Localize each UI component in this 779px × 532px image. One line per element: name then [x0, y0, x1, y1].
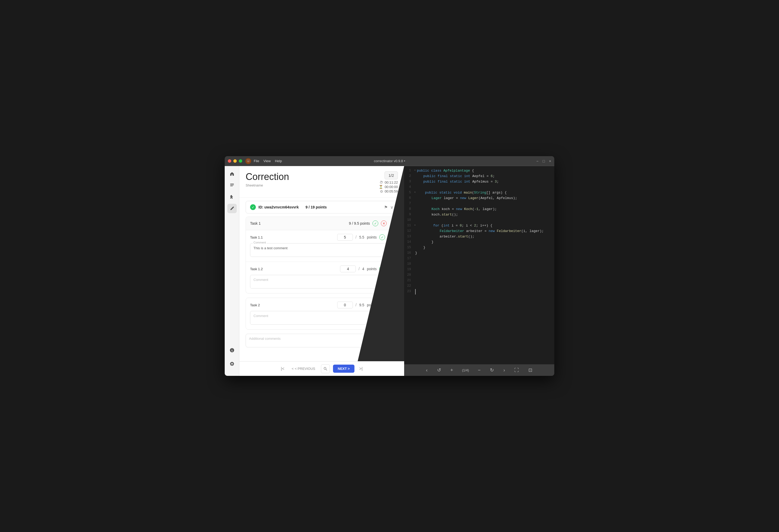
subtask-1-1-name: Task 1.1 — [250, 235, 263, 239]
code-zoom-in-button[interactable]: + — [449, 366, 455, 374]
task1-name: Task 1 — [250, 221, 260, 226]
nav-prev-button[interactable]: < < PREVIOUS — [289, 365, 318, 372]
window-controls — [228, 159, 242, 163]
expand-icon[interactable]: ∨ — [390, 205, 394, 210]
task2-comment-input[interactable] — [250, 311, 394, 324]
stopwatch-icon: ⏱ — [379, 180, 383, 184]
task1-collapse-button[interactable]: ∧ — [390, 221, 394, 226]
right-panel: 1 ▾ public class Apfelplantage { 2 publi… — [404, 166, 554, 376]
task2-score-input[interactable] — [337, 302, 353, 308]
task1-x-button[interactable]: ✕ — [381, 221, 386, 226]
win-close-icon[interactable]: × — [549, 159, 551, 163]
sidebar — [225, 166, 239, 376]
sidebar-item-sheets[interactable] — [227, 181, 237, 190]
subtask-1-2-header: Task 1.2 / 4 points ✓ ✕ — [250, 265, 394, 272]
correction-header: Correction Sheetname 1/2 ⏱ 00:11:22 — [239, 166, 404, 198]
correction-title: Correction — [246, 171, 289, 182]
code-line-9: 9 koch.start(); — [404, 212, 554, 218]
menu-view[interactable]: View — [263, 159, 271, 163]
task2-check-button[interactable]: ✓ — [379, 302, 385, 308]
search-button[interactable] — [321, 364, 330, 373]
content-area: Correction Sheetname 1/2 ⏱ 00:11:22 — [239, 166, 554, 376]
subtask-1-2-max: 4 — [362, 267, 364, 271]
svg-rect-1 — [230, 185, 234, 185]
code-back-button[interactable]: ‹ — [425, 366, 429, 374]
svg-rect-2 — [230, 186, 233, 186]
nav-first-button[interactable]: |< — [279, 365, 286, 373]
prev-label: < PREVIOUS — [295, 367, 315, 371]
app-window: 🐻 File View Help correctinator v0.9.8 • … — [225, 156, 554, 376]
window-title: correctinator v0.9.8 • — [374, 159, 405, 163]
sidebar-item-settings[interactable] — [227, 359, 237, 368]
code-zoom-out-button[interactable]: − — [476, 366, 482, 374]
subtask-1-2-pts-label: points — [367, 267, 377, 271]
task1-points: 9 / 9.5 points — [349, 221, 370, 226]
task1-header: Task 1 9 / 9.5 points ✓ ✕ ∧ — [246, 217, 398, 230]
main-layout: Correction Sheetname 1/2 ⏱ 00:11:22 — [225, 166, 554, 376]
code-fullscreen-button[interactable]: ⛶ — [513, 366, 521, 374]
subtask-1-2-comment-input[interactable] — [250, 275, 394, 289]
code-forward-button[interactable]: › — [502, 366, 506, 374]
task2-points-row: / 9.5 points ✓ ✕ — [337, 302, 394, 308]
close-button[interactable] — [228, 159, 231, 163]
minimize-button[interactable] — [233, 159, 237, 163]
code-toolbar: ‹ ↺ + (1/4) − ↻ › ⛶ ⊡ — [404, 364, 554, 376]
additional-comments-input[interactable] — [246, 334, 398, 347]
submission-points: 9 / 19 points — [305, 205, 327, 209]
timer-countdown: ⏳ 00:00:00 — [379, 185, 398, 189]
sidebar-item-home[interactable] — [227, 169, 237, 179]
other-time: 00:05:59 — [384, 189, 398, 193]
sidebar-item-edit[interactable] — [227, 204, 237, 213]
timer-row: ⏱ 00:11:22 ⏳ 00:00:00 ⊙ 00:05:59 — [379, 180, 398, 193]
nav-next-button[interactable]: NEXT > — [333, 365, 354, 373]
correction-subtitle: Sheetname — [246, 183, 289, 187]
task1-check-button[interactable]: ✓ — [372, 221, 378, 226]
code-line-15: 15 } — [404, 245, 554, 250]
code-line-22: 22 — [404, 284, 554, 289]
code-reload-right-button[interactable]: ↻ — [488, 366, 495, 374]
subtask-1-2-x-button[interactable]: ✕ — [388, 266, 394, 272]
code-reload-left-button[interactable]: ↺ — [435, 366, 442, 374]
subtask-1-1-comment-input[interactable] — [250, 243, 394, 257]
subtask-1-2-name: Task 1.2 — [250, 267, 263, 271]
sidebar-item-info[interactable] — [227, 346, 237, 355]
task1-points-row: 9 / 9.5 points ✓ ✕ ∧ — [349, 221, 394, 226]
subtask-1-2-check-button[interactable]: ✓ — [379, 266, 385, 272]
code-layout-button[interactable]: ⊡ — [527, 366, 534, 374]
subtask-2: Task 2 / 9.5 points ✓ ✕ — [246, 298, 398, 329]
subtask-1-1-score-input[interactable] — [337, 234, 353, 241]
sidebar-item-puzzle[interactable] — [227, 192, 237, 202]
subtask-1-1-max: 5.5 — [359, 235, 364, 239]
code-line-6: 6 Lager lager = new Lager(Aepfel, Apfelm… — [404, 196, 554, 201]
subtask-1-2: Task 1.2 / 4 points ✓ ✕ — [246, 262, 398, 293]
subtask-1-1-x-button[interactable]: ✕ — [388, 234, 394, 240]
code-line-11: 11 ▾ for (int i = 0; i < 2; i++) { — [404, 223, 554, 229]
nav-last-button[interactable]: >| — [358, 365, 364, 373]
subtask-1-1-pts-label: points — [367, 235, 377, 239]
additional-comments-section — [246, 334, 398, 348]
menu-file[interactable]: File — [254, 159, 259, 163]
task2-comment-field — [250, 311, 394, 326]
menu-help[interactable]: Help — [275, 159, 282, 163]
code-line-23: 23 — [404, 289, 554, 295]
subtask-1-2-score-input[interactable] — [340, 265, 356, 272]
subtask-1-1-comment-label: Comment — [253, 241, 267, 244]
subtask-1-1-check-button[interactable]: ✓ — [379, 234, 385, 240]
win-maximize-icon[interactable]: □ — [543, 159, 545, 163]
code-line-17: 17 — [404, 256, 554, 261]
code-line-5: 5 ▾ public static void main(String[] arg… — [404, 190, 554, 196]
task-group-1: Task 1 9 / 9.5 points ✓ ✕ ∧ Task 1 — [246, 217, 398, 293]
code-line-3: 3 public final static int Apfelmus = 3; — [404, 179, 554, 185]
code-page-indicator: (1/4) — [461, 368, 470, 373]
hourglass-icon: ⏳ — [379, 185, 383, 189]
menu-bar: File View Help — [254, 159, 282, 163]
maximize-button[interactable] — [239, 159, 242, 163]
win-minimize-icon[interactable]: − — [536, 159, 538, 163]
bookmark-icon[interactable]: ⚑ — [384, 205, 388, 210]
code-line-18: 18 — [404, 261, 554, 267]
svg-rect-0 — [230, 184, 234, 184]
task2-x-button[interactable]: ✕ — [388, 302, 394, 308]
page-badge: 1/2 — [384, 171, 398, 179]
code-editor[interactable]: 1 ▾ public class Apfelplantage { 2 publi… — [404, 166, 554, 364]
correction-meta: 1/2 ⏱ 00:11:22 ⏳ 00:00:00 — [379, 171, 398, 193]
